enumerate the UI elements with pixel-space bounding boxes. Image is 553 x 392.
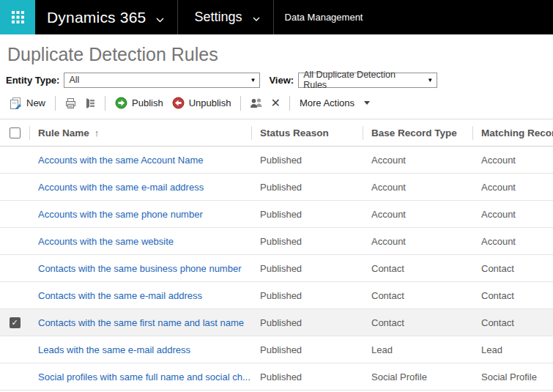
dropdown-arrow-icon: ▼ [250, 77, 256, 84]
toolbar-separator [105, 96, 105, 111]
base-record-type-cell: Contact [363, 263, 472, 274]
table-row[interactable]: Contacts with the same business phone nu… [0, 255, 553, 282]
status-reason-cell: Published [251, 317, 363, 328]
row-checkbox-cell [0, 263, 29, 274]
grid-header-row: Rule Name ↑ Status Reason Base Record Ty… [0, 119, 553, 147]
row-checkbox-cell [0, 290, 29, 301]
base-record-type-cell: Account [363, 182, 472, 193]
status-reason-cell: Published [251, 155, 363, 166]
view-select[interactable]: All Duplicate Detection Rules ▼ [298, 73, 437, 88]
base-record-type-cell: Contact [363, 290, 472, 301]
row-checkbox-cell [0, 182, 29, 193]
table-row[interactable]: Accounts with the same website Published… [0, 228, 553, 255]
rule-name-link[interactable]: Accounts with the same Account Name [38, 155, 203, 166]
rule-name-link[interactable]: Accounts with the same e-mail address [38, 182, 204, 193]
toolbar-separator [240, 96, 241, 111]
status-reason-cell: Published [251, 344, 363, 355]
row-checkbox-cell [0, 236, 29, 247]
publish-icon [115, 97, 127, 109]
select-all-checkbox[interactable] [10, 127, 21, 138]
row-checkbox-cell [0, 344, 29, 355]
assign-button[interactable] [246, 95, 267, 111]
rule-name-link[interactable]: Contacts with the same business phone nu… [38, 263, 242, 274]
table-row[interactable]: Contacts with the same e-mail address Pu… [0, 282, 553, 309]
base-record-type-cell: Social Profile [363, 371, 472, 382]
rule-name-cell: Accounts with the same e-mail address [29, 182, 251, 193]
area-menu-settings[interactable]: Settings [178, 0, 273, 34]
unpublish-icon [172, 97, 185, 109]
rules-grid: Rule Name ↑ Status Reason Base Record Ty… [0, 119, 553, 391]
matching-record-type-cell: Contact [472, 290, 553, 301]
view-value: All Duplicate Detection Rules [303, 70, 421, 90]
chevron-down-icon [156, 9, 164, 26]
row-checkbox[interactable]: ✓ [10, 317, 21, 328]
base-record-type-cell: Account [363, 155, 472, 166]
brand-menu[interactable]: Dynamics 365 [35, 0, 178, 34]
column-header-status-reason[interactable]: Status Reason [251, 119, 363, 146]
rule-name-link[interactable]: Social profiles with same full name and … [38, 371, 250, 382]
print-icon [64, 97, 77, 109]
row-checkbox-cell: ✓ [0, 317, 29, 328]
column-header-label: Rule Name [38, 127, 89, 138]
column-header-label: Matching Record Type [481, 127, 553, 138]
unpublish-button[interactable]: Unpublish [168, 95, 236, 111]
column-header-base-record-type[interactable]: Base Record Type [363, 119, 472, 146]
rule-name-link[interactable]: Contacts with the same first name and la… [38, 317, 244, 328]
print-button[interactable] [61, 95, 81, 111]
table-row[interactable]: Accounts with the same phone number Publ… [0, 201, 553, 228]
new-button-label: New [26, 97, 45, 108]
entity-type-label: Entity Type: [6, 75, 59, 86]
matching-record-type-cell: Account [472, 209, 553, 220]
column-header-matching-record-type[interactable]: Matching Record Type [472, 119, 553, 146]
rule-name-link[interactable]: Accounts with the same website [38, 236, 174, 247]
publish-button-label: Publish [132, 97, 163, 108]
matching-record-type-cell: Contact [472, 263, 553, 274]
more-actions-caret-icon [364, 101, 370, 105]
status-reason-cell: Published [251, 209, 363, 220]
new-button[interactable]: New [5, 95, 50, 111]
app-window: Dynamics 365 Settings Data Management Du… [0, 0, 553, 392]
entity-type-value: All [69, 75, 79, 85]
rule-name-cell: Social profiles with same full name and … [29, 371, 251, 382]
rule-name-link[interactable]: Contacts with the same e-mail address [38, 290, 202, 301]
rule-name-cell: Accounts with the same Account Name [29, 155, 251, 166]
chevron-down-icon [253, 10, 260, 25]
unpublish-button-label: Unpublish [189, 97, 231, 108]
rule-name-cell: Contacts with the same e-mail address [29, 290, 251, 301]
breadcrumb-subarea[interactable]: Data Management [274, 0, 363, 34]
base-record-type-cell: Account [363, 236, 472, 247]
rule-name-cell: Leads with the same e-mail address [29, 344, 251, 355]
more-actions-button[interactable]: More Actions [295, 95, 374, 111]
table-row[interactable]: Accounts with the same Account Name Publ… [0, 147, 553, 174]
delete-button[interactable]: ✕ [267, 95, 283, 111]
table-row[interactable]: Leads with the same e-mail address Publi… [0, 336, 553, 363]
rule-name-cell: Accounts with the same phone number [29, 209, 251, 220]
matching-record-type-cell: Contact [472, 317, 553, 328]
row-checkbox-cell [0, 209, 29, 220]
table-row[interactable]: Accounts with the same e-mail address Pu… [0, 174, 553, 201]
entity-type-select[interactable]: All ▼ [64, 73, 260, 88]
header-checkbox-cell [0, 119, 29, 146]
rule-name-link[interactable]: Accounts with the same phone number [38, 209, 203, 220]
waffle-icon [12, 11, 24, 23]
grid-body: Accounts with the same Account Name Publ… [0, 147, 553, 391]
toolbar-separator [55, 96, 56, 111]
matching-record-type-cell: Account [472, 182, 553, 193]
dropdown-arrow-icon: ▼ [427, 77, 433, 84]
view-label: View: [269, 75, 294, 86]
rule-name-cell: Accounts with the same website [29, 236, 251, 247]
publish-button[interactable]: Publish [111, 95, 168, 111]
page-title: Duplicate Detection Rules [0, 34, 553, 65]
column-header-label: Base Record Type [371, 127, 457, 138]
column-header-label: Status Reason [260, 127, 329, 138]
matching-record-type-cell: Lead [472, 344, 553, 355]
column-header-rule-name[interactable]: Rule Name ↑ [29, 119, 251, 146]
table-row[interactable]: ✓ Contacts with the same first name and … [0, 309, 553, 336]
sort-ascending-icon: ↑ [94, 127, 100, 138]
table-row[interactable]: Social profiles with same full name and … [0, 363, 553, 391]
app-launcher-button[interactable] [0, 0, 35, 34]
toolbar-separator [289, 96, 290, 111]
filter-bar: Entity Type: All ▼ View: All Duplicate D… [0, 72, 553, 88]
rule-name-link[interactable]: Leads with the same e-mail address [38, 344, 190, 355]
run-report-button[interactable] [81, 95, 100, 111]
